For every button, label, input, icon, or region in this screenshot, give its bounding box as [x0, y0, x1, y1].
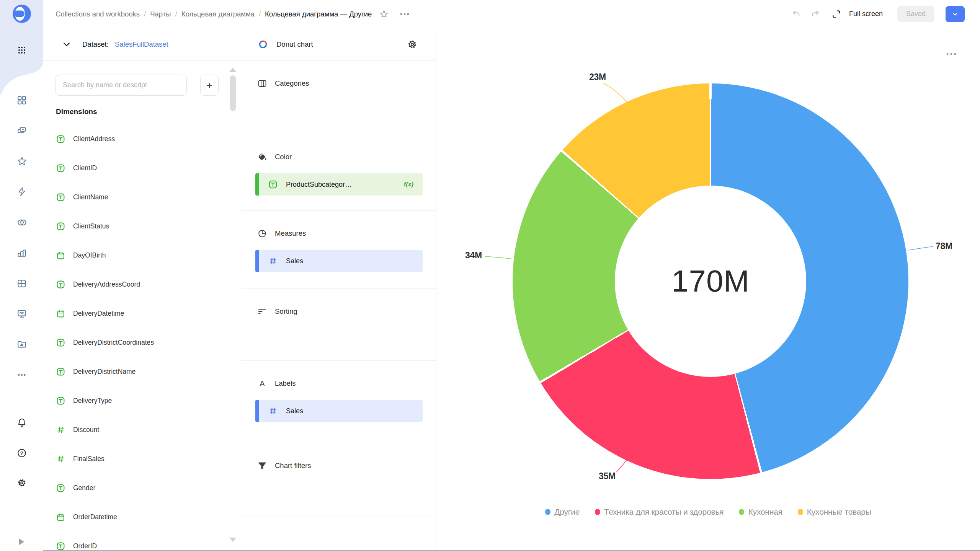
- notifications-bell-icon[interactable]: [14, 414, 30, 430]
- favorite-star-icon[interactable]: [378, 8, 390, 20]
- svg-text:A: A: [260, 379, 265, 388]
- chart-type-header: Donut chart: [241, 28, 436, 61]
- fullscreen-expand-icon[interactable]: [830, 8, 843, 21]
- breadcrumb-link[interactable]: Чарты: [150, 10, 171, 18]
- date-field-icon: [56, 309, 65, 318]
- field-name: ClientID: [73, 164, 97, 172]
- scrollbar-down-arrow[interactable]: [229, 538, 236, 542]
- field-name: OrderID: [73, 542, 97, 550]
- string-field-icon: [56, 280, 65, 289]
- favorites-star-icon[interactable]: [14, 153, 30, 169]
- workbooks-folders-icon[interactable]: [14, 122, 30, 139]
- chart-type-label[interactable]: Donut chart: [276, 40, 313, 49]
- dataset-field-row[interactable]: DeliveryDistrictCoordinates: [43, 328, 223, 357]
- dataset-field-row[interactable]: OrderID: [43, 531, 223, 550]
- section-labels[interactable]: A Labels Sales: [241, 361, 436, 443]
- string-field-icon: [56, 338, 65, 347]
- dataset-field-row[interactable]: ClientAddress: [43, 124, 223, 153]
- redo-icon[interactable]: [808, 8, 822, 21]
- dataset-field-row[interactable]: ClientStatus: [43, 212, 223, 241]
- slice-value-label: 34M: [465, 250, 482, 261]
- chart-menu-dots-icon[interactable]: [944, 51, 959, 57]
- save-dropdown-button[interactable]: [946, 6, 965, 22]
- section-measures[interactable]: Measures Sales: [241, 211, 436, 289]
- chart-legend: ДругиеТехника для красоты и здоровьяКухо…: [436, 504, 980, 520]
- squares-grid-icon[interactable]: [14, 92, 30, 108]
- dataset-field-row[interactable]: DayOfBirth: [43, 241, 223, 270]
- donut-chart-icon[interactable]: [257, 39, 269, 50]
- section-label: Measures: [275, 229, 306, 238]
- undo-icon[interactable]: [790, 8, 803, 21]
- pie-measures-icon: [257, 228, 267, 238]
- field-name: DeliveryAddressCoord: [73, 280, 140, 289]
- bar-chart-icon[interactable]: [14, 245, 30, 261]
- breadcrumb: Collections and workbooks/Чарты/Кольцева…: [56, 10, 372, 18]
- filter-funnel-icon: [257, 461, 267, 471]
- legend-dot-icon: [739, 509, 744, 515]
- section-categories[interactable]: Categories: [241, 61, 436, 134]
- section-chart-filters[interactable]: Chart filters: [241, 443, 436, 515]
- string-field-icon: [56, 367, 65, 376]
- color-field-pill[interactable]: ProductSubcategor… f(x): [255, 173, 423, 196]
- measures-field-pill[interactable]: Sales: [255, 250, 423, 272]
- settings-gear-icon[interactable]: [14, 475, 30, 491]
- scrollbar-up-arrow[interactable]: [229, 68, 236, 72]
- breadcrumb-separator: /: [259, 10, 261, 18]
- donut-center-total: 170M: [671, 264, 750, 299]
- section-color[interactable]: Color ProductSubcategor… f(x): [241, 134, 436, 211]
- chart-settings-gear-icon[interactable]: [407, 39, 418, 50]
- help-icon[interactable]: ?: [14, 445, 30, 461]
- string-field-icon: [56, 542, 65, 551]
- saved-button[interactable]: Saved: [897, 6, 934, 22]
- entry-menu-dots-icon[interactable]: [398, 11, 412, 18]
- dashboard-monitor-icon[interactable]: [14, 306, 30, 322]
- legend-item[interactable]: Другие: [545, 507, 580, 517]
- table-icon[interactable]: [14, 276, 30, 292]
- collapse-sidebar-button[interactable]: [0, 533, 43, 550]
- scrollbar-thumb[interactable]: [230, 75, 236, 111]
- dataset-field-row[interactable]: Gender: [43, 473, 223, 502]
- dataset-field-row[interactable]: FinalSales: [43, 444, 223, 473]
- more-ellipsis-icon[interactable]: [14, 367, 30, 383]
- field-name: DayOfBirth: [73, 251, 106, 259]
- folder-image-icon[interactable]: [14, 336, 30, 352]
- dimensions-title: Dimensions: [56, 108, 97, 116]
- dataset-name-link[interactable]: SalesFullDataset: [115, 40, 168, 49]
- field-name: Sales: [286, 407, 303, 415]
- datalens-logo[interactable]: [13, 5, 31, 23]
- dataset-field-row[interactable]: ClientName: [43, 183, 223, 212]
- legend-dot-icon: [798, 509, 803, 515]
- number-field-icon: [56, 455, 65, 463]
- breadcrumb-link[interactable]: Кольцевая диаграмма: [181, 10, 255, 18]
- legend-item[interactable]: Техника для красоты и здоровья: [595, 507, 724, 517]
- chart-config-panel: Donut chart Categories: [241, 28, 436, 550]
- field-search-input[interactable]: [56, 75, 187, 96]
- lightning-icon[interactable]: [14, 184, 30, 200]
- labels-field-pill[interactable]: Sales: [255, 400, 423, 422]
- dataset-field-row[interactable]: DeliveryDatetime: [43, 299, 223, 328]
- categories-icon: [257, 78, 267, 88]
- string-field-icon: [56, 222, 65, 231]
- dataset-field-row[interactable]: OrderDatetime: [43, 502, 223, 531]
- string-field-icon: [56, 484, 65, 492]
- connections-circles-icon[interactable]: [14, 214, 30, 230]
- section-sorting[interactable]: Sorting: [241, 289, 436, 361]
- labels-a-icon: A: [257, 378, 267, 388]
- dataset-field-row[interactable]: DeliveryType: [43, 386, 223, 415]
- breadcrumb-link[interactable]: Collections and workbooks: [56, 10, 140, 18]
- dataset-field-row[interactable]: ClientID: [43, 153, 223, 183]
- field-name: Sales: [286, 257, 303, 265]
- dataset-field-row[interactable]: DeliveryDistrictName: [43, 357, 223, 386]
- full-screen-label[interactable]: Full screen: [849, 10, 883, 18]
- dataset-label: Dataset:: [82, 40, 109, 49]
- collapse-arrow-icon: [19, 538, 24, 545]
- dataset-collapse-chevron-icon[interactable]: [61, 39, 72, 50]
- dataset-field-row[interactable]: DeliveryAddressCoord: [43, 270, 223, 299]
- add-field-button[interactable]: +: [200, 75, 219, 96]
- dataset-field-row[interactable]: Discount: [43, 415, 223, 444]
- breadcrumb-separator: /: [144, 10, 146, 18]
- legend-item[interactable]: Кухонная: [739, 507, 782, 517]
- apps-grid-icon[interactable]: [14, 42, 30, 58]
- chart-preview-area: 170M 78M35M34M23M ДругиеТехника для крас…: [436, 28, 980, 550]
- legend-item[interactable]: Кухонные товары: [798, 507, 871, 517]
